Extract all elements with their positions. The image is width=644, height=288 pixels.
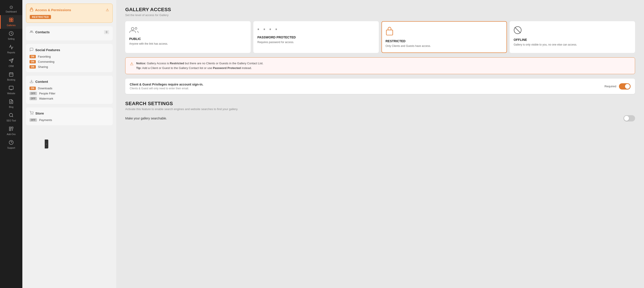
notice-line2: Tip: Add a Client or Guest to the Galler… — [136, 66, 252, 70]
contacts-count-badge: 0 — [104, 30, 109, 34]
sidebar-item-seo[interactable]: SEO Tool — [0, 111, 22, 124]
downloads-toggle[interactable]: ON — [30, 87, 36, 90]
favoriting-toggle[interactable]: ON — [30, 55, 36, 58]
svg-line-15 — [12, 116, 13, 117]
public-card-desc: Anyone with the link has access. — [129, 42, 247, 46]
searchable-toggle-knob — [624, 116, 629, 121]
tip-label: Tip: — [136, 66, 142, 70]
addons-icon — [9, 126, 14, 132]
sidebar-item-support[interactable]: Support — [0, 138, 22, 151]
content-icon — [30, 79, 34, 84]
access-card-password[interactable]: * * * * PASSWORD PROTECTED Requires pass… — [253, 21, 379, 53]
svg-point-14 — [10, 113, 13, 117]
sidebar-label-selling: Selling — [8, 38, 14, 40]
selling-icon — [9, 31, 14, 37]
sidebar-item-selling[interactable]: Selling — [0, 29, 22, 42]
contacts-icon — [30, 30, 34, 34]
svg-rect-0 — [10, 18, 11, 20]
access-card-restricted[interactable]: RESTRICTED Only Clients and Guests have … — [382, 21, 507, 53]
sidebar-item-reports[interactable]: Reports — [0, 42, 22, 56]
signin-required-toggle[interactable] — [619, 83, 630, 90]
sidebar-label-crm: CRM — [9, 65, 14, 67]
watermark-row: OFF Watermark — [30, 97, 109, 100]
notice-line1: Notice: Gallery Access is Restricted but… — [136, 62, 264, 65]
sidebar-item-dashboard[interactable]: ⊙ Dashboard — [0, 2, 22, 15]
left-panel: Access & Permissions ⚠ RESTRICTED — [22, 0, 116, 288]
signin-desc: Clients & Guest will only need to enter … — [130, 87, 604, 90]
svg-rect-17 — [12, 127, 13, 128]
store-title: Store — [30, 111, 44, 116]
watermark-toggle[interactable]: OFF — [30, 97, 37, 100]
access-permissions-header: Access & Permissions ⚠ — [30, 7, 109, 12]
password-card-desc: Requires password for access. — [258, 40, 375, 44]
contacts-section: Contacts 0 — [26, 26, 113, 40]
sidebar: ⊙ Dashboard Galleries Selling Reports — [0, 0, 22, 288]
favoriting-label: Favoriting — [38, 55, 51, 58]
sidebar-item-galleries[interactable]: Galleries — [0, 15, 22, 29]
store-icon — [30, 111, 34, 116]
commenting-toggle[interactable]: ON — [30, 60, 36, 63]
sidebar-item-booking[interactable]: Booking — [0, 70, 22, 83]
sidebar-label-dashboard: Dashboard — [6, 10, 17, 13]
svg-rect-9 — [9, 86, 13, 90]
search-settings-heading: SEARCH SETTINGS — [125, 101, 635, 107]
access-permissions-card[interactable]: Access & Permissions ⚠ RESTRICTED — [26, 3, 113, 23]
payments-toggle[interactable]: OFF — [30, 118, 37, 122]
sidebar-item-crm[interactable]: CRM — [0, 56, 22, 70]
access-cards-grid: PUBLIC Anyone with the link has access. … — [125, 21, 635, 53]
access-card-public[interactable]: PUBLIC Anyone with the link has access. — [125, 21, 251, 53]
svg-rect-1 — [12, 18, 13, 20]
blog-icon — [9, 99, 14, 105]
public-card-title: PUBLIC — [129, 37, 247, 41]
offline-card-title: OFFLINE — [514, 38, 631, 41]
access-card-offline[interactable]: OFFLINE Gallery is only visible to you, … — [510, 21, 635, 53]
svg-rect-2 — [10, 20, 11, 22]
svg-rect-5 — [10, 73, 13, 77]
people-filter-label: People Filter — [39, 92, 56, 95]
sidebar-item-blog[interactable]: Blog — [0, 97, 22, 111]
store-section: Store OFF Payments — [26, 107, 113, 125]
signin-required-label: Required — [604, 85, 616, 88]
downloads-label: Downloads — [38, 87, 52, 90]
notice-text: Notice: Gallery Access is Restricted but… — [136, 61, 264, 71]
social-features-title: Social Features — [30, 48, 60, 52]
sidebar-label-support: Support — [7, 147, 15, 149]
main-layout: Access & Permissions ⚠ RESTRICTED — [22, 0, 644, 288]
signin-toggle-right: Required — [604, 83, 630, 90]
access-permissions-label: Access & Permissions — [35, 8, 71, 12]
signin-title: Client & Guest Privileges require accoun… — [130, 83, 604, 86]
contacts-header: Contacts 0 — [30, 30, 109, 34]
commenting-label: Commenting — [38, 60, 54, 63]
crm-icon — [9, 58, 14, 64]
sidebar-label-website: Website — [7, 92, 15, 95]
sidebar-item-website[interactable]: Website — [0, 83, 22, 97]
contacts-label: Contacts — [35, 30, 50, 34]
notice-restricted-bold: Restricted — [170, 62, 184, 65]
svg-point-26 — [131, 27, 134, 30]
galleries-icon — [9, 17, 14, 23]
people-filter-row: OFF People Filter — [30, 92, 109, 95]
offline-access-icon — [514, 26, 631, 36]
dashboard-icon: ⊙ — [10, 4, 13, 10]
sidebar-label-booking: Booking — [7, 79, 15, 81]
social-features-header: Social Features — [30, 48, 109, 52]
search-settings-section: SEARCH SETTINGS Activate this feature to… — [125, 101, 635, 122]
sharing-toggle[interactable]: ON — [30, 65, 36, 69]
contacts-title: Contacts — [30, 30, 50, 34]
people-filter-toggle[interactable]: OFF — [30, 92, 37, 95]
reports-icon — [9, 45, 14, 51]
access-warning-icon: ⚠ — [106, 8, 109, 12]
favoriting-row: ON Favoriting — [30, 55, 109, 58]
svg-rect-28 — [386, 30, 393, 35]
password-card-title: PASSWORD PROTECTED — [258, 35, 375, 39]
searchable-toggle[interactable] — [624, 115, 635, 122]
sidebar-item-addons[interactable]: Add-Ons — [0, 124, 22, 138]
social-features-section: Social Features ON Favoriting ON Comment… — [26, 44, 113, 72]
booking-icon — [9, 72, 14, 78]
store-label: Store — [35, 111, 44, 115]
content-title: Content — [30, 79, 48, 84]
payments-row: OFF Payments — [30, 118, 109, 122]
right-panel: GALLERY ACCESS Set the level of access f… — [116, 0, 644, 288]
svg-rect-18 — [10, 129, 11, 131]
restricted-badge: RESTRICTED — [30, 15, 51, 19]
